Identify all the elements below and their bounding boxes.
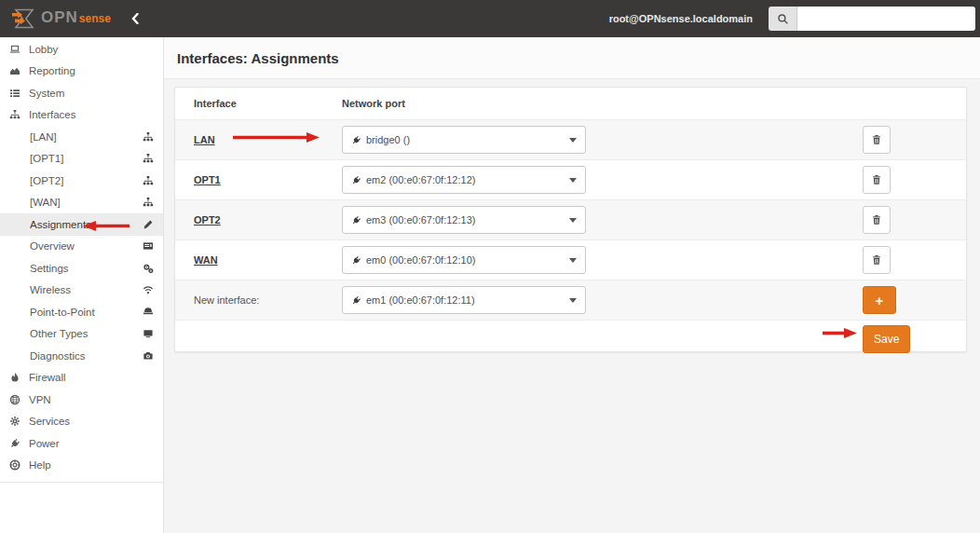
- sidebar-item-diagnostics[interactable]: Diagnostics: [0, 345, 163, 367]
- chart-area-icon: [7, 65, 22, 76]
- sidebar-item-label: System: [29, 88, 64, 99]
- newspaper-icon: [143, 240, 154, 252]
- chevron-down-icon: [569, 258, 577, 263]
- fire-icon: [7, 372, 22, 383]
- sidebar-item-label: [LAN]: [30, 131, 57, 143]
- interface-link-wan[interactable]: WAN: [194, 254, 218, 266]
- delete-wan-button[interactable]: [863, 246, 891, 274]
- sidebar-item-label: Other Types: [30, 328, 88, 339]
- modem-icon: [143, 307, 154, 318]
- sidebar-item-label: Overview: [30, 240, 75, 252]
- trash-icon: [871, 214, 882, 226]
- sidebar-item-lan[interactable]: [LAN]: [0, 126, 163, 148]
- gear-icon: [7, 416, 22, 427]
- life-ring-icon: [7, 459, 22, 471]
- sidebar-item-system[interactable]: System: [0, 82, 163, 104]
- opnsense-app: OPNsense root@OPNsense.localdomain Lobby…: [0, 0, 980, 533]
- sitemap-icon: [7, 109, 22, 120]
- sidebar-item-wan[interactable]: [WAN]: [0, 192, 163, 214]
- sidebar-item-interfaces[interactable]: Interfaces: [0, 104, 163, 127]
- interface-link-lan[interactable]: LAN: [194, 134, 215, 145]
- cogs-icon: [143, 263, 154, 274]
- chevron-left-icon: [131, 13, 139, 24]
- plug-icon: [351, 135, 361, 145]
- table-row-opt1: OPT1 em2 (00:e0:67:0f:12:12): [175, 159, 966, 199]
- sidebar-item-reporting[interactable]: Reporting: [0, 61, 163, 83]
- sidebar-item-lobby[interactable]: Lobby: [0, 38, 163, 61]
- sidebar-item-opt1[interactable]: [OPT1]: [0, 148, 163, 171]
- sidebar-collapse-button[interactable]: [131, 13, 139, 24]
- chevron-down-icon: [569, 298, 577, 303]
- chevron-down-icon: [569, 178, 577, 183]
- sitemap-icon: [143, 153, 154, 164]
- page-title: Interfaces: Assignments: [177, 50, 339, 66]
- sidebar-item-label: Lobby: [29, 44, 58, 55]
- sidebar-item-label: Interfaces: [29, 109, 76, 120]
- sidebar-item-label: Help: [29, 459, 51, 471]
- plug-icon: [351, 255, 361, 266]
- network-port-select-opt1[interactable]: em2 (00:e0:67:0f:12:12): [342, 166, 586, 194]
- selected-port: em0 (00:e0:67:0f:12:10): [366, 254, 475, 266]
- list-icon: [7, 88, 22, 99]
- sidebar-item-firewall[interactable]: Firewall: [0, 367, 163, 390]
- sidebar-item-wireless[interactable]: Wireless: [0, 280, 163, 302]
- sidebar-item-overview[interactable]: Overview: [0, 236, 163, 258]
- sidebar-item-label: Point-to-Point: [30, 307, 95, 318]
- plug-icon: [351, 175, 361, 185]
- search-input[interactable]: [797, 7, 975, 31]
- sidebar-item-help[interactable]: Help: [0, 455, 163, 477]
- search-icon: [769, 7, 797, 31]
- tv-icon: [143, 328, 154, 339]
- sidebar: Lobby Reporting System Interfaces [LAN] …: [0, 37, 164, 533]
- sidebar-item-point-to-point[interactable]: Point-to-Point: [0, 301, 163, 323]
- sidebar-item-power[interactable]: Power: [0, 432, 163, 455]
- table-header: Interface Network port: [175, 88, 966, 119]
- selected-port: em3 (00:e0:67:0f:12:13): [366, 214, 475, 226]
- selected-port: em1 (00:e0:67:0f:12:11): [366, 294, 475, 306]
- plug-icon: [351, 215, 361, 226]
- sidebar-item-vpn[interactable]: VPN: [0, 389, 163, 411]
- sidebar-item-label: Services: [29, 416, 70, 427]
- sitemap-icon: [143, 131, 154, 143]
- brand-prefix: OPN: [41, 8, 78, 27]
- topbar: OPNsense root@OPNsense.localdomain: [0, 0, 980, 37]
- table-row-new-interface: New interface: em1 (00:e0:67:0f:12:11) +: [175, 280, 966, 320]
- table-row-lan: LAN bridge0 (): [175, 119, 966, 159]
- camera-icon: [143, 350, 154, 362]
- sidebar-item-services[interactable]: Services: [0, 411, 163, 433]
- selected-port: bridge0 (): [366, 134, 410, 145]
- delete-opt1-button[interactable]: [863, 166, 891, 194]
- sidebar-item-assignments[interactable]: Assignments: [0, 213, 163, 236]
- laptop-icon: [7, 44, 22, 55]
- network-port-select-opt2[interactable]: em3 (00:e0:67:0f:12:13): [342, 206, 586, 234]
- delete-lan-button[interactable]: [863, 126, 891, 154]
- add-interface-button[interactable]: +: [863, 286, 896, 314]
- sidebar-divider: [0, 482, 163, 483]
- sidebar-item-other-types[interactable]: Other Types: [0, 323, 163, 346]
- network-port-select-new[interactable]: em1 (00:e0:67:0f:12:11): [342, 286, 586, 314]
- interface-link-opt1[interactable]: OPT1: [194, 174, 221, 185]
- opnsense-logo-icon: [11, 8, 36, 29]
- table-row-opt2: OPT2 em3 (00:e0:67:0f:12:13): [175, 199, 966, 239]
- sidebar-item-label: [WAN]: [30, 197, 61, 208]
- network-port-select-lan[interactable]: bridge0 (): [342, 126, 586, 154]
- interface-link-opt2[interactable]: OPT2: [194, 214, 221, 226]
- sidebar-item-label: Reporting: [29, 65, 75, 76]
- trash-icon: [871, 174, 882, 185]
- save-button[interactable]: Save: [863, 325, 910, 353]
- delete-opt2-button[interactable]: [863, 206, 891, 234]
- plug-icon: [351, 295, 361, 306]
- col-header-network-port: Network port: [342, 98, 863, 109]
- opnsense-logo[interactable]: OPNsense: [0, 8, 111, 29]
- sidebar-item-label: Firewall: [29, 372, 66, 383]
- sitemap-icon: [143, 175, 154, 186]
- wifi-icon: [143, 284, 154, 295]
- sidebar-item-label: Diagnostics: [30, 350, 85, 362]
- selected-port: em2 (00:e0:67:0f:12:12): [366, 174, 475, 185]
- sidebar-item-opt2[interactable]: [OPT2]: [0, 170, 163, 192]
- sidebar-item-settings[interactable]: Settings: [0, 257, 163, 280]
- col-header-interface: Interface: [175, 98, 342, 109]
- plug-icon: [7, 438, 22, 449]
- network-port-select-wan[interactable]: em0 (00:e0:67:0f:12:10): [342, 246, 586, 274]
- table-row-wan: WAN em0 (00:e0:67:0f:12:10): [175, 239, 966, 280]
